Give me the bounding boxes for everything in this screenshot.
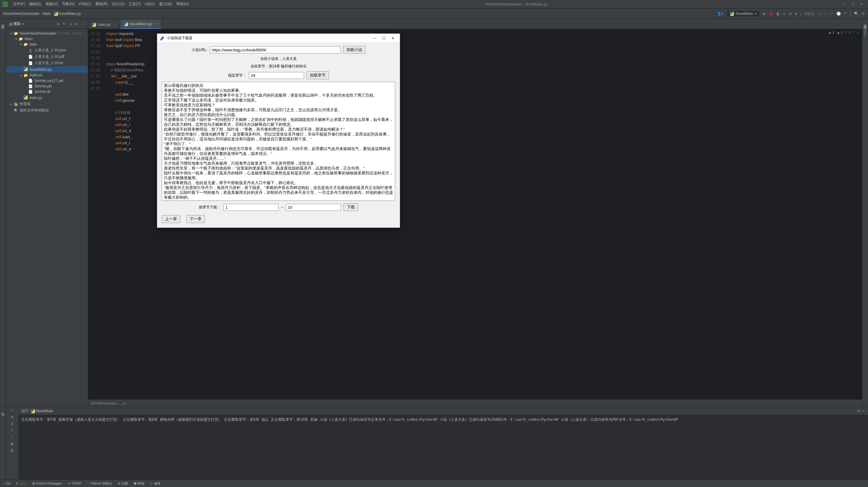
packages-tool[interactable]: ⊞ Python Packages (32, 482, 62, 485)
tree-item[interactable]: 📄SimHei.ttf (6, 89, 88, 95)
menu-item[interactable]: 导航(N) (60, 2, 76, 6)
breadcrumb[interactable]: NovelViewDownloader › Main › NovelMain.p… (3, 11, 81, 16)
user-icon[interactable]: 👤▾ (717, 11, 723, 16)
tree-item[interactable]: NovelMain.py (6, 66, 88, 73)
attach-icon[interactable]: ⊕ (789, 11, 792, 16)
menu-item[interactable]: Git(G) (143, 2, 157, 6)
tree-item[interactable]: 📄人道大圣_1-10.txt (6, 60, 88, 66)
git-push-icon[interactable]: ↗ (830, 11, 833, 16)
download-button[interactable]: 下载 (344, 203, 358, 211)
editor-tab[interactable]: main.py× (88, 20, 120, 29)
novel-content-textarea[interactable]: 第24章嗑药修行的快乐 掌教不知他的情况，可陆叶自家人知自家事。 且不说之前一年… (162, 82, 395, 201)
git-update-icon[interactable]: ↙ (818, 11, 821, 16)
hide-icon[interactable]: ― (81, 22, 85, 26)
prev-chapter-button[interactable]: 上一章 (162, 215, 180, 223)
maximize-button[interactable]: ☐ (851, 2, 855, 6)
close-button[interactable]: ✕ (860, 2, 863, 6)
menu-item[interactable]: 工具(T) (126, 2, 143, 6)
breadcrumb-file[interactable]: NovelMain.py (59, 11, 81, 16)
expand-icon[interactable]: ⇲ (69, 22, 72, 26)
coverage-icon[interactable]: ◧ (776, 11, 780, 16)
project-tree[interactable]: ▾📁NovelViewDownloaderE:\work_codes▾📁Main… (6, 29, 88, 407)
git-history-icon[interactable]: 🕐 (836, 11, 841, 16)
tree-item[interactable]: ▸📚外部库 (6, 101, 88, 107)
download-label: 按章节下载： (199, 205, 221, 210)
tilde-label: ~ (281, 205, 283, 209)
collapse-icon[interactable]: ⇱ (63, 22, 66, 26)
tree-item[interactable]: main.py (6, 95, 88, 101)
menu-item[interactable]: 文件(F) (11, 2, 27, 6)
tree-item[interactable]: 🔍临时文件和控制台 (6, 107, 88, 113)
git-label: Git(G): (804, 11, 815, 16)
chapter-input[interactable] (249, 72, 304, 79)
feather-icon (160, 36, 164, 41)
stop-button[interactable]: ■ (795, 11, 797, 16)
menu-item[interactable]: 视图(V) (43, 2, 60, 6)
tree-item[interactable]: 📄SimHei.cw127.pkl (6, 78, 88, 84)
menu-item[interactable]: 重构(R) (93, 2, 110, 6)
run-configuration-selector[interactable]: NovelMain ▾ (726, 10, 760, 17)
menu-item[interactable]: 窗口(W) (157, 2, 174, 6)
minimize-button[interactable]: ― (842, 2, 846, 6)
print-icon[interactable]: 🖶 (10, 442, 14, 446)
editor-tab-bar: main.py×NovelMain.py× (88, 19, 862, 29)
dialog-minimize[interactable]: ― (370, 36, 379, 40)
git-commit-icon[interactable]: ✓ (824, 11, 827, 16)
todo-tool[interactable]: ≔ TODO (67, 482, 81, 485)
git-rollback-icon[interactable]: ↶ (844, 11, 847, 16)
dialog-close[interactable]: ✕ (388, 36, 397, 40)
tree-item[interactable]: {}人道大圣_1-10.json (6, 47, 88, 54)
tree-item[interactable]: ▾📁NovelViewDownloaderE:\work_codes (6, 31, 88, 36)
chapter-label: 指定章节： (228, 73, 246, 78)
console-tool[interactable]: ⬚ Python 控制台 (87, 481, 112, 486)
run-output[interactable]: 正在爬取章节：第7章 脱离苦海（感谢人道大火的盟主打赏） 正在爬取章节：第8章 … (18, 415, 868, 479)
gear-icon[interactable]: ⚙ (75, 22, 78, 26)
run-button[interactable]: ▶ (763, 11, 766, 16)
profile-icon[interactable]: ⊙ (783, 11, 786, 16)
load-novel-button[interactable]: 加载小说 (343, 46, 366, 54)
trash-icon[interactable]: 🗑 (10, 448, 14, 453)
dialog-maximize[interactable]: ☐ (379, 36, 388, 40)
soft-wrap-icon[interactable]: ↲ (11, 428, 14, 433)
menu-item[interactable]: 编辑(E) (27, 2, 43, 6)
load-chapter-button[interactable]: 加载章节 (306, 71, 329, 79)
tree-item[interactable]: 📄人道大圣_1-10.pdf (6, 54, 88, 60)
search-icon[interactable]: 🔍 (854, 11, 859, 16)
problems-tool[interactable]: ⊘ 问题 (118, 481, 128, 486)
to-chapter-input[interactable] (286, 204, 341, 211)
breadcrumb-folder[interactable]: Main (43, 11, 51, 16)
settings-icon[interactable]: ⚙ ― (857, 409, 865, 413)
dialog-titlebar[interactable]: 小说阅读下载器 ― ☐ ✕ (157, 34, 400, 43)
locate-icon[interactable]: ⊕ (57, 22, 60, 26)
tree-item[interactable]: 📄SimHei.pkl (6, 84, 88, 89)
down-icon[interactable]: ⬇ (11, 422, 14, 426)
from-chapter-input[interactable] (223, 204, 278, 211)
editor-tab[interactable]: NovelMain.py× (120, 20, 161, 29)
right-tool-rail[interactable]: 通知 数据库 SciView (862, 19, 868, 407)
tree-item[interactable]: ▾📁Main (6, 36, 88, 42)
services-tool[interactable]: ▷ 服务 (150, 481, 161, 486)
inspection-widget[interactable]: ▲ 1 ▲ 1 ✓ 4 ^v (828, 30, 859, 34)
terminal-tool[interactable]: ▣ 终端 (133, 481, 145, 486)
stop-icon[interactable]: ■ (11, 415, 13, 419)
menu-item[interactable]: 代码(C) (76, 2, 93, 6)
url-input[interactable] (210, 46, 341, 54)
tree-item[interactable]: ▾📁data (6, 42, 88, 47)
navigation-bar: NovelViewDownloader › Main › NovelMain.p… (0, 8, 868, 19)
bookmarks-rail[interactable]: 书签 (0, 407, 6, 479)
debug-button[interactable]: 🐞 (769, 11, 773, 16)
python-icon (31, 409, 35, 413)
left-tool-rail[interactable]: 项目 结构 (0, 19, 6, 407)
code-breadcrumb[interactable]: NovelReaderApp › __in (88, 399, 862, 407)
run-config-name: NovelMain (36, 409, 53, 413)
menu-item[interactable]: 帮助(H) (174, 2, 191, 6)
scroll-icon[interactable]: ⤵ (11, 435, 13, 439)
menu-item[interactable]: 运行(U) (110, 2, 126, 6)
breadcrumb-root[interactable]: NovelViewDownloader (3, 11, 40, 16)
run-tool[interactable]: ▶ 运行 (16, 481, 27, 486)
git-tool[interactable]: ⑂ Git (3, 482, 10, 485)
next-chapter-button[interactable]: 下一章 (186, 215, 205, 223)
tree-item[interactable]: ▾📁PdfFont (6, 73, 88, 78)
rerun-icon[interactable]: ↻ (11, 408, 14, 413)
settings-icon[interactable]: ⚙ (862, 11, 865, 16)
